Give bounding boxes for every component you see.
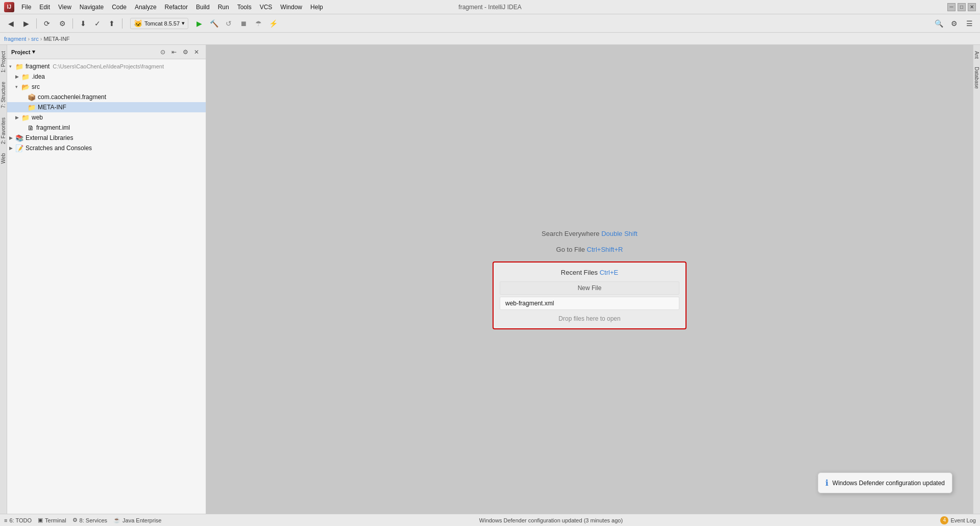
breadcrumb-fragment[interactable]: fragment	[4, 36, 26, 42]
run-button[interactable]: ▶	[192, 17, 206, 30]
event-log-button[interactable]: 4 Event Log	[940, 516, 976, 524]
breadcrumb: fragment › src › META-INF	[0, 33, 980, 45]
vcs-commit-button[interactable]: ✓	[91, 17, 104, 30]
project-tree: ▾ 📁 fragment C:\Users\CaoChenLei\IdeaPro…	[7, 59, 206, 514]
status-terminal[interactable]: ▣ Terminal	[38, 517, 66, 523]
notification-text: Windows Defender configuration updated	[832, 480, 945, 487]
java-enterprise-label: Java Enterprise	[122, 517, 161, 523]
recent-files-web-fragment[interactable]: web-fragment.xml	[500, 297, 679, 310]
menu-code[interactable]: Code	[108, 2, 131, 12]
tree-label-scratches: Scratches and Consoles	[26, 145, 92, 152]
java-enterprise-icon: ☕	[113, 517, 120, 523]
menu-help[interactable]: Help	[306, 2, 327, 12]
recent-files-label: Recent Files	[561, 269, 598, 276]
settings-gear-button[interactable]: ⚙	[947, 17, 961, 30]
folder-icon-idea: 📁	[21, 73, 30, 81]
right-tab-database[interactable]: Database	[973, 63, 980, 93]
search-everywhere-icon[interactable]: 🔍	[932, 17, 945, 30]
tree-label-web: web	[32, 114, 43, 121]
todo-label: 6: TODO	[9, 517, 32, 523]
menu-window[interactable]: Window	[276, 2, 306, 12]
project-dropdown-icon[interactable]: ▾	[32, 49, 35, 55]
tree-item-com-package[interactable]: 📦 com.caochenlei.fragment	[7, 92, 206, 102]
tomcat-icon: 🐱	[134, 19, 142, 28]
expand-arrow-src: ▾	[15, 84, 21, 89]
menu-vcs[interactable]: VCS	[256, 2, 277, 12]
project-hide-icon[interactable]: ✕	[191, 47, 202, 57]
breadcrumb-sep-1: ›	[28, 36, 30, 42]
services-icon: ⚙	[72, 517, 78, 523]
hint-goto: Go to File Ctrl+Shift+R	[556, 246, 623, 253]
sidebar-tab-structure[interactable]: 7: Structure	[0, 78, 7, 112]
left-sidebar-tabs: 1: Project 7: Structure 2: Favorites Web	[0, 45, 7, 514]
tree-label-com: com.caochenlei.fragment	[38, 93, 106, 101]
tree-label-meta: META-INF	[38, 104, 66, 111]
menu-navigate[interactable]: Navigate	[76, 2, 108, 12]
status-services[interactable]: ⚙ 8: Services	[72, 517, 107, 523]
ext-libs-icon: 📚	[15, 134, 23, 142]
tree-label-extlibs: External Libraries	[26, 134, 73, 141]
stop-button[interactable]: ⏹	[237, 17, 250, 30]
scope-icon[interactable]: ⊙	[158, 47, 168, 57]
folder-icon-meta: 📁	[28, 104, 36, 111]
event-log-label: Event Log	[950, 517, 976, 523]
menu-analyze[interactable]: Analyze	[131, 2, 161, 12]
status-bar-right: 4 Event Log	[940, 516, 976, 524]
toolbar-separator-1	[36, 18, 37, 29]
profile-button[interactable]: ⚡	[266, 17, 280, 30]
scratches-icon: 📝	[15, 145, 23, 152]
vcs-update-button[interactable]: ⬇	[77, 17, 90, 30]
tree-item-scratches[interactable]: ▶ 📝 Scratches and Consoles	[7, 143, 206, 153]
tree-item-idea[interactable]: ▶ 📁 .idea	[7, 71, 206, 82]
status-todo[interactable]: ≡ 6: TODO	[4, 517, 32, 523]
menu-run[interactable]: Run	[214, 2, 233, 12]
notification-bubble: ℹ Windows Defender configuration updated	[818, 472, 952, 493]
breadcrumb-src[interactable]: src	[31, 36, 39, 42]
collapse-all-icon[interactable]: ⇤	[169, 47, 179, 57]
status-bar: ≡ 6: TODO ▣ Terminal ⚙ 8: Services ☕ Jav…	[0, 514, 980, 526]
menu-build[interactable]: Build	[192, 2, 214, 12]
build-button[interactable]: 🔨	[207, 17, 220, 30]
main-layout: 1: Project 7: Structure 2: Favorites Web…	[0, 45, 980, 514]
status-bar-center: Windows Defender configuration updated (…	[479, 517, 623, 523]
maximize-button[interactable]: □	[958, 3, 966, 11]
sidebar-tab-project[interactable]: 1: Project	[0, 47, 7, 77]
expand-arrow-idea: ▶	[15, 74, 21, 79]
tomcat-selector[interactable]: 🐱 Tomcat 8.5.57 ▾	[130, 18, 188, 29]
tree-item-fragment[interactable]: ▾ 📁 fragment C:\Users\CaoChenLei\IdeaPro…	[7, 61, 206, 71]
tree-item-src[interactable]: ▾ 📂 src	[7, 82, 206, 92]
vcs-push-button[interactable]: ⬆	[105, 17, 118, 30]
todo-icon: ≡	[4, 517, 7, 523]
sync-button[interactable]: ⟳	[40, 17, 54, 30]
right-tab-ant[interactable]: Ant	[973, 47, 980, 63]
breadcrumb-sep-2: ›	[40, 36, 42, 42]
close-button[interactable]: ✕	[968, 3, 976, 11]
toolbar-separator-2	[72, 18, 73, 29]
settings-button[interactable]: ⚙	[56, 17, 69, 30]
tree-item-fragment-iml[interactable]: 🗎 fragment.iml	[7, 123, 206, 133]
project-settings-icon[interactable]: ⚙	[180, 47, 190, 57]
menu-edit[interactable]: Edit	[35, 2, 54, 12]
status-java-enterprise[interactable]: ☕ Java Enterprise	[113, 517, 161, 523]
breadcrumb-meta-inf[interactable]: META-INF	[43, 36, 69, 42]
reload-button[interactable]: ↺	[222, 17, 235, 30]
toolbar-right-icon[interactable]: ☰	[963, 17, 976, 30]
tree-item-ext-libs[interactable]: ▶ 📚 External Libraries	[7, 133, 206, 143]
sidebar-tab-web[interactable]: Web	[0, 149, 7, 168]
back-button[interactable]: ◀	[4, 17, 17, 30]
menu-refactor[interactable]: Refactor	[161, 2, 192, 12]
title-bar: IJ File Edit View Navigate Code Analyze …	[0, 0, 980, 14]
menu-tools[interactable]: Tools	[233, 2, 256, 12]
sidebar-tab-favorites[interactable]: 2: Favorites	[0, 113, 7, 148]
status-bar-left: ≡ 6: TODO ▣ Terminal ⚙ 8: Services ☕ Jav…	[4, 517, 161, 523]
tree-label-iml: fragment.iml	[36, 124, 70, 131]
event-log-badge: 4	[940, 516, 948, 524]
coverage-button[interactable]: ☂	[252, 17, 265, 30]
minimize-button[interactable]: ─	[947, 3, 955, 11]
tree-item-meta-inf[interactable]: 📁 META-INF	[7, 102, 206, 112]
forward-button[interactable]: ▶	[19, 17, 33, 30]
menu-view[interactable]: View	[54, 2, 76, 12]
hint-search: Search Everywhere Double Shift	[542, 230, 638, 237]
tree-item-web[interactable]: ▶ 📁 web	[7, 112, 206, 123]
menu-file[interactable]: File	[17, 2, 35, 12]
